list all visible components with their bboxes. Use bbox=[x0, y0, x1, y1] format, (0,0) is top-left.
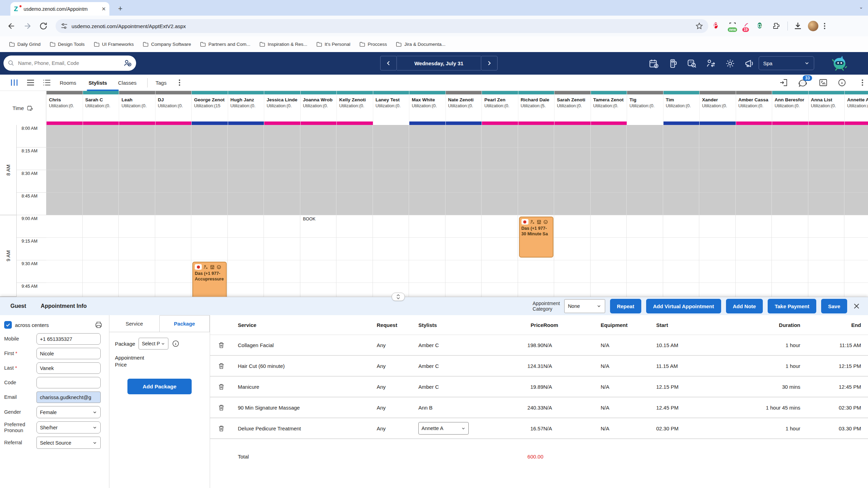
open-slot-cell[interactable] bbox=[844, 238, 868, 260]
unavailable-slot-cell[interactable] bbox=[518, 148, 554, 170]
add-virtual-appointment-button[interactable]: Add Virtual Appointment bbox=[646, 299, 721, 313]
unavailable-slot-cell[interactable] bbox=[482, 148, 518, 170]
open-slot-cell[interactable] bbox=[445, 215, 482, 238]
unavailable-slot-cell[interactable] bbox=[445, 125, 482, 148]
unavailable-slot-cell[interactable] bbox=[373, 170, 409, 193]
open-slot-cell[interactable] bbox=[518, 260, 554, 283]
unavailable-slot-cell[interactable] bbox=[336, 125, 373, 148]
open-slot-cell[interactable] bbox=[336, 283, 373, 297]
code-field[interactable] bbox=[36, 377, 101, 388]
unavailable-slot-cell[interactable] bbox=[119, 148, 155, 170]
unavailable-slot-cell[interactable] bbox=[228, 148, 264, 170]
unavailable-slot-cell[interactable] bbox=[46, 193, 82, 215]
unavailable-slot-cell[interactable] bbox=[518, 193, 554, 215]
unavailable-slot-cell[interactable] bbox=[46, 170, 82, 193]
open-slot-cell[interactable] bbox=[445, 260, 482, 283]
browser-menu-icon[interactable] bbox=[824, 23, 825, 29]
unavailable-slot-cell[interactable] bbox=[591, 125, 627, 148]
info-icon[interactable] bbox=[837, 78, 846, 87]
stylist-day-column[interactable] bbox=[119, 125, 155, 297]
unavailable-slot-cell[interactable] bbox=[591, 170, 627, 193]
marketing-megaphone-icon[interactable] bbox=[744, 58, 754, 69]
unavailable-slot-cell[interactable] bbox=[409, 148, 445, 170]
open-slot-cell[interactable] bbox=[228, 260, 264, 283]
unavailable-slot-cell[interactable] bbox=[228, 170, 264, 193]
close-panel-icon[interactable] bbox=[853, 302, 860, 310]
unavailable-slot-cell[interactable] bbox=[155, 148, 191, 170]
bookmark-item[interactable]: Design Tools bbox=[50, 42, 85, 47]
appointment-block[interactable]: Das (+1 977-Accupressure bbox=[192, 262, 227, 297]
unavailable-slot-cell[interactable] bbox=[736, 193, 772, 215]
stylist-day-column[interactable] bbox=[518, 125, 554, 297]
url-bar[interactable]: usdemo.zenoti.com/Appointment/ApptExtV2.… bbox=[56, 19, 708, 33]
stylist-day-column[interactable] bbox=[699, 125, 736, 297]
unavailable-slot-cell[interactable] bbox=[228, 125, 264, 148]
stylist-day-column[interactable] bbox=[772, 125, 808, 297]
unavailable-slot-cell[interactable] bbox=[46, 148, 82, 170]
unavailable-slot-cell[interactable] bbox=[336, 170, 373, 193]
unavailable-slot-cell[interactable] bbox=[554, 193, 590, 215]
unavailable-slot-cell[interactable] bbox=[663, 148, 699, 170]
open-slot-cell[interactable] bbox=[119, 238, 155, 260]
unavailable-slot-cell[interactable] bbox=[191, 125, 227, 148]
open-slot-cell[interactable] bbox=[119, 283, 155, 297]
unavailable-slot-cell[interactable] bbox=[591, 148, 627, 170]
unavailable-slot-cell[interactable] bbox=[155, 125, 191, 148]
bookmark-item[interactable]: Company Software bbox=[143, 42, 191, 47]
open-slot-cell[interactable] bbox=[772, 238, 808, 260]
support-chat-icon[interactable]: 33 bbox=[798, 79, 808, 88]
panel-resize-handle[interactable] bbox=[392, 293, 405, 301]
open-slot-cell[interactable] bbox=[155, 238, 191, 260]
extensions-puzzle-icon[interactable] bbox=[772, 22, 781, 31]
unavailable-slot-cell[interactable] bbox=[409, 193, 445, 215]
guest-search[interactable] bbox=[3, 56, 136, 71]
unavailable-slot-cell[interactable] bbox=[264, 148, 300, 170]
search-input[interactable] bbox=[17, 60, 123, 66]
book-appointment-icon[interactable] bbox=[649, 58, 659, 69]
stylist-column-header[interactable]: TigUtilization:(0. bbox=[627, 91, 663, 125]
book-label[interactable]: BOOK bbox=[303, 217, 316, 221]
stylist-column-header[interactable]: Ann BeresforUtilization:(0. bbox=[772, 91, 808, 125]
stylist-column-header[interactable]: LeahUtilization:(0. bbox=[119, 91, 155, 125]
unavailable-slot-cell[interactable] bbox=[736, 170, 772, 193]
open-slot-cell[interactable] bbox=[191, 215, 227, 238]
open-slot-cell[interactable] bbox=[300, 283, 336, 297]
forward-icon[interactable] bbox=[23, 22, 32, 31]
stylist-day-column[interactable] bbox=[228, 125, 264, 297]
stylist-day-column[interactable] bbox=[482, 125, 518, 297]
unavailable-slot-cell[interactable] bbox=[191, 193, 227, 215]
unavailable-slot-cell[interactable] bbox=[445, 148, 482, 170]
open-slot-cell[interactable] bbox=[83, 283, 119, 297]
unavailable-slot-cell[interactable] bbox=[808, 125, 844, 148]
unavailable-slot-cell[interactable] bbox=[591, 193, 627, 215]
unavailable-slot-cell[interactable] bbox=[844, 148, 868, 170]
unavailable-slot-cell[interactable] bbox=[627, 148, 663, 170]
open-slot-cell[interactable] bbox=[736, 238, 772, 260]
repeat-button[interactable]: Repeat bbox=[610, 299, 641, 313]
unavailable-slot-cell[interactable] bbox=[119, 125, 155, 148]
open-slot-cell[interactable] bbox=[482, 215, 518, 238]
open-slot-cell[interactable] bbox=[808, 238, 844, 260]
open-slot-cell[interactable] bbox=[228, 238, 264, 260]
unavailable-slot-cell[interactable] bbox=[663, 170, 699, 193]
stylist-select[interactable]: Annette A bbox=[418, 422, 469, 435]
new-tab-button[interactable]: + bbox=[118, 4, 123, 13]
tab-appointment-info[interactable]: Appointment Info bbox=[41, 303, 86, 309]
unavailable-slot-cell[interactable] bbox=[808, 170, 844, 193]
toolbar-more-icon[interactable] bbox=[862, 79, 863, 86]
unavailable-slot-cell[interactable] bbox=[554, 125, 590, 148]
open-slot-cell[interactable] bbox=[482, 238, 518, 260]
unavailable-slot-cell[interactable] bbox=[518, 170, 554, 193]
unavailable-slot-cell[interactable] bbox=[336, 193, 373, 215]
tab-guest[interactable]: Guest bbox=[10, 303, 26, 309]
tab-rooms[interactable]: Rooms bbox=[60, 75, 76, 91]
open-slot-cell[interactable] bbox=[663, 260, 699, 283]
open-slot-cell[interactable] bbox=[83, 215, 119, 238]
open-slot-cell[interactable] bbox=[591, 283, 627, 297]
open-slot-cell[interactable] bbox=[336, 215, 373, 238]
tab-service[interactable]: Service bbox=[109, 315, 159, 332]
unavailable-slot-cell[interactable] bbox=[482, 193, 518, 215]
open-slot-cell[interactable] bbox=[191, 238, 227, 260]
bookmark-item[interactable]: Partners and Com... bbox=[200, 42, 250, 47]
unavailable-slot-cell[interactable] bbox=[191, 170, 227, 193]
